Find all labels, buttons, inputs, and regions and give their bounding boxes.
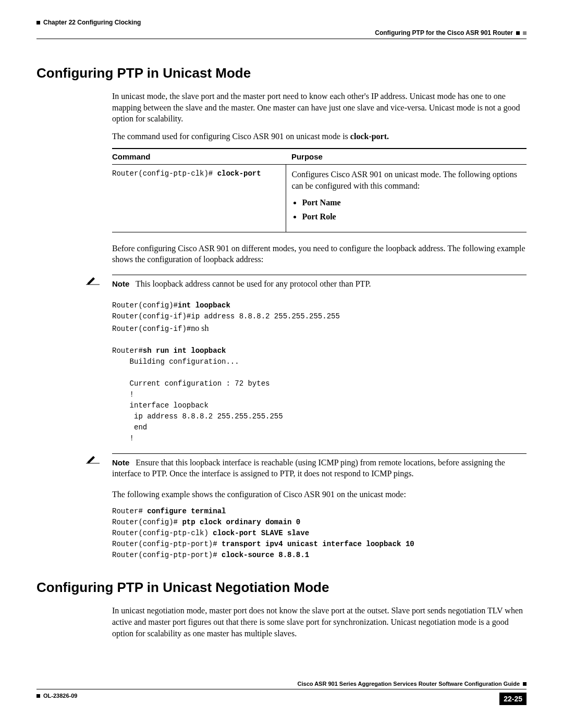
section-title: Configuring PTP for the Cisco ASR 901 Ro…: [375, 29, 513, 36]
chapter-title: Chapter 22 Configuring Clocking: [43, 19, 141, 26]
header-rule: [36, 39, 527, 39]
table-header-command: Command: [112, 149, 286, 165]
list-item: Port Name: [302, 197, 521, 208]
paragraph: In unicast mode, the slave port and the …: [112, 91, 527, 125]
paragraph: The command used for configuring Cisco A…: [112, 131, 527, 142]
header-chapter: Chapter 22 Configuring Clocking: [36, 19, 527, 26]
header-section: Configuring PTP for the Cisco ASR 901 Ro…: [36, 29, 527, 36]
note-text: This loopback address cannot be used for…: [136, 279, 371, 288]
command-name: clock-port.: [350, 132, 389, 141]
command: clock-port: [217, 169, 261, 178]
bullet-list: Port Name Port Role: [302, 197, 521, 223]
note-label: Note: [112, 458, 129, 468]
footer-square-icon: [36, 694, 40, 698]
header-square-icon: [523, 31, 527, 35]
note-block: Note Ensure that this loopback interface…: [36, 453, 527, 479]
note-rule: [112, 453, 527, 454]
page-footer: Cisco ASR 901 Series Aggregation Service…: [36, 681, 527, 705]
doc-id-text: OL-23826-09: [43, 693, 77, 699]
table-row: Router(config-ptp-clk)# clock-port Confi…: [112, 165, 527, 232]
note-block: Note This loopback address cannot be use…: [36, 275, 527, 290]
paragraph: In unicast negotiation mode, master port…: [112, 605, 527, 639]
body-text: Before configuring Cisco ASR 901 on diff…: [112, 243, 527, 265]
body-text: In unicast mode, the slave port and the …: [112, 91, 527, 142]
list-item: Port Role: [302, 211, 521, 223]
footer-square-icon: [523, 682, 527, 686]
purpose-cell: Configures Cisco ASR 901 on unicast mode…: [286, 165, 527, 232]
body-text: In unicast negotiation mode, master port…: [112, 605, 527, 639]
note-rule: [112, 275, 527, 275]
note-label: Note: [112, 279, 129, 289]
section-heading-unicast: Configuring PTP in Unicast Mode: [36, 65, 527, 81]
header-square-icon: [36, 21, 40, 24]
code-block: Router# configure terminal Router(config…: [112, 506, 527, 561]
footer-rule: [36, 689, 527, 689]
guide-title: Cisco ASR 901 Series Aggregation Service…: [298, 681, 520, 687]
body-text: The following example shows the configur…: [112, 489, 527, 500]
footer-doc-id: OL-23826-09: [36, 693, 77, 699]
pencil-icon: [86, 275, 100, 287]
page: Chapter 22 Configuring Clocking Configur…: [0, 0, 563, 726]
table-header-purpose: Purpose: [286, 149, 527, 165]
text: The command used for configuring Cisco A…: [112, 132, 350, 141]
note-text: Ensure that this loopback interface is r…: [112, 458, 505, 478]
pencil-icon: [86, 453, 100, 466]
page-number: 22-25: [499, 693, 527, 705]
prompt: Router(config-ptp-clk)#: [112, 169, 217, 178]
paragraph: Before configuring Cisco ASR 901 on diff…: [112, 243, 527, 265]
command-table: Command Purpose Router(config-ptp-clk)# …: [112, 148, 527, 232]
paragraph: The following example shows the configur…: [112, 489, 527, 500]
purpose-text: Configures Cisco ASR 901 on unicast mode…: [291, 170, 517, 190]
section-heading-unicast-negotiation: Configuring PTP in Unicast Negotiation M…: [36, 579, 527, 596]
code-block: Router(config)#int loopback Router(confi…: [112, 300, 527, 444]
command-cell: Router(config-ptp-clk)# clock-port: [112, 165, 286, 232]
header-square-icon: [516, 31, 520, 35]
footer-guide-title: Cisco ASR 901 Series Aggregation Service…: [36, 681, 527, 687]
